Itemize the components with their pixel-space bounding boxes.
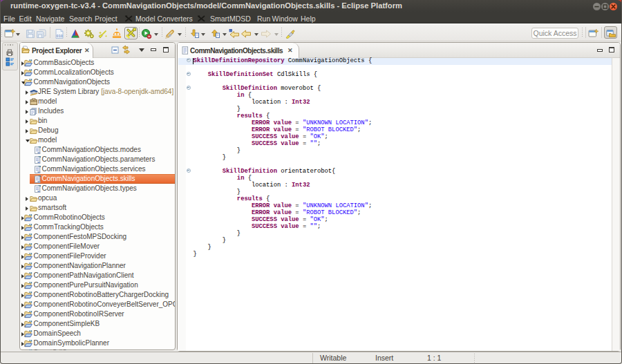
svg-text:010: 010 bbox=[57, 34, 63, 38]
